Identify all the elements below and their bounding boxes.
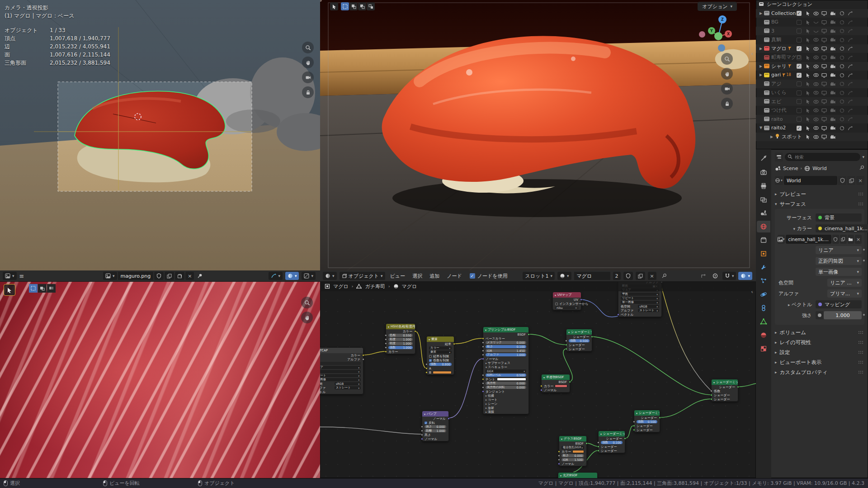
eye-icon[interactable] bbox=[813, 19, 819, 25]
indirect-icon[interactable] bbox=[847, 10, 853, 17]
editor-type-icon[interactable]: ▾ bbox=[3, 272, 17, 280]
menu-select[interactable]: 選択 bbox=[410, 273, 425, 280]
parent-node-tree-icon[interactable] bbox=[698, 272, 708, 280]
tab-world-icon[interactable] bbox=[757, 221, 770, 232]
strength-socket-icon[interactable] bbox=[816, 311, 824, 319]
eye-icon[interactable] bbox=[813, 54, 819, 61]
node-mix_final[interactable]: ▾シェーダーミックスシェーダー係数シェーダーシェーダー bbox=[711, 379, 738, 402]
node-hsv[interactable]: ▾HSV(色相/彩度/明度)カラー色相0.550彩度1.000明度1.000係数… bbox=[386, 323, 415, 354]
holdout-icon[interactable] bbox=[839, 107, 845, 114]
holdout-icon[interactable] bbox=[839, 46, 845, 52]
cursor-icon[interactable] bbox=[805, 19, 811, 25]
node-row[interactable]: メタリック0.000 bbox=[483, 341, 528, 345]
texture-image[interactable] bbox=[0, 281, 320, 478]
node-canvas[interactable]: ▾MATCAPカラーアルファリニア▾平面▾リピート▾単一画像▾色空間sRGB▾ア… bbox=[320, 270, 756, 478]
pan-hand-icon[interactable] bbox=[302, 57, 314, 68]
expand-icon[interactable]: ▶ bbox=[769, 135, 774, 139]
section-volume[interactable]: ▸ボリューム bbox=[775, 327, 864, 337]
menu-node[interactable]: ノード bbox=[444, 273, 464, 280]
section-viewport-display[interactable]: ▸ビューポート表示 bbox=[775, 357, 864, 367]
overlays-toggle-icon[interactable]: ▾ bbox=[285, 272, 299, 280]
outliner-row-エビ[interactable]: エビ bbox=[756, 97, 868, 106]
node-mix3[interactable]: ▾シェーダーミックスシェーダー係数0.500シェーダーシェーダー bbox=[634, 410, 660, 432]
outliner-row-gari[interactable]: ▶gari18✓ bbox=[756, 71, 868, 80]
outliner-row-raito[interactable]: raito bbox=[756, 115, 868, 124]
tweak-tool-button[interactable] bbox=[4, 284, 15, 296]
node-mix1[interactable]: ▾シェーダーミックスシェーダー係数0.500シェーダーシェーダー bbox=[566, 329, 592, 351]
tab-constraints-icon[interactable] bbox=[757, 302, 770, 314]
cursor-icon[interactable] bbox=[805, 54, 811, 61]
fake-user-shield-icon[interactable] bbox=[832, 235, 839, 244]
world-name-field[interactable]: World bbox=[784, 176, 837, 185]
node-row[interactable]: ✓反転 bbox=[422, 421, 448, 425]
pin-icon[interactable] bbox=[195, 272, 205, 280]
snap-icon[interactable]: ▾ bbox=[722, 272, 736, 280]
vector-mapping-button[interactable]: マッピング bbox=[816, 300, 862, 308]
indirect-icon[interactable] bbox=[847, 99, 853, 105]
outliner-row-つけ代[interactable]: つけ代 bbox=[756, 106, 868, 115]
holdout-icon[interactable] bbox=[839, 63, 845, 70]
pin-icon[interactable] bbox=[659, 272, 669, 280]
exclude-checkbox[interactable] bbox=[796, 28, 802, 34]
node-row[interactable]: リピート▾ bbox=[320, 374, 363, 378]
node-row[interactable]: リニア▾ bbox=[320, 365, 363, 370]
properties-editor[interactable]: ▾ Scene › World ▾ World × ▸プレビュー ▾サーフェス bbox=[756, 149, 868, 478]
section-ray-visibility[interactable]: ▸レイの可視性 bbox=[775, 337, 864, 347]
node-image_texture_left[interactable]: ▾MATCAPカラーアルファリニア▾平面▾リピート▾単一画像▾色空間sRGB▾ア… bbox=[320, 347, 363, 394]
zoom-icon[interactable] bbox=[301, 297, 313, 308]
indirect-icon[interactable] bbox=[847, 46, 853, 52]
exclude-checkbox[interactable] bbox=[796, 37, 802, 43]
exclude-checkbox[interactable] bbox=[796, 99, 802, 105]
indirect-icon[interactable] bbox=[847, 19, 853, 25]
image-name-field[interactable]: cinema_hall_1k.... bbox=[786, 235, 832, 244]
cursor-icon[interactable] bbox=[805, 37, 811, 43]
node-row[interactable]: 平面▾ bbox=[320, 370, 363, 374]
image-name-field[interactable]: maguro.png bbox=[118, 272, 154, 280]
lock-icon[interactable] bbox=[302, 86, 314, 98]
eye-icon[interactable] bbox=[813, 125, 819, 131]
camera-icon[interactable] bbox=[830, 99, 836, 105]
outliner-editor[interactable]: シーンコレクション ▶Collection✓BG3真鯛▶マグロ✓町寿司マグロ▶シ… bbox=[756, 0, 868, 149]
select-box-icon[interactable] bbox=[341, 2, 349, 10]
material-browse-icon[interactable]: ▾ bbox=[557, 272, 571, 280]
section-settings[interactable]: ▸設定 bbox=[775, 347, 864, 357]
breadcrumb-world[interactable]: World bbox=[812, 166, 827, 171]
holdout-icon[interactable] bbox=[839, 90, 845, 96]
screen-icon[interactable] bbox=[821, 116, 827, 123]
render-preview-editor[interactable]: オプション▾ Z Y X ‹ bbox=[320, 0, 756, 270]
node-row[interactable]: 明度1.000 bbox=[386, 341, 415, 346]
holdout-icon[interactable] bbox=[839, 54, 845, 61]
exclude-checkbox[interactable]: ✓ bbox=[796, 10, 802, 17]
camera-icon[interactable] bbox=[830, 134, 836, 140]
eye-icon[interactable] bbox=[813, 46, 819, 52]
sidebar-collapse-icon[interactable]: ‹ bbox=[751, 51, 753, 57]
node-bump[interactable]: ▾バンプノーマル✓反転強さ0.000距離1.000高さノーマル bbox=[422, 411, 449, 441]
cursor-icon[interactable] bbox=[805, 99, 811, 105]
proportional-edit-icon[interactable] bbox=[710, 272, 720, 280]
outliner-row-スポット[interactable]: ▶スポット bbox=[756, 133, 868, 142]
camera-icon[interactable] bbox=[830, 125, 836, 131]
pan-hand-icon[interactable] bbox=[721, 68, 733, 80]
node-row[interactable]: GGX▾ bbox=[483, 369, 528, 373]
fake-user-shield-icon[interactable] bbox=[838, 176, 846, 185]
camera-icon[interactable] bbox=[830, 63, 836, 70]
zoom-icon[interactable] bbox=[721, 53, 733, 65]
pack-image-icon[interactable] bbox=[175, 272, 184, 280]
screen-icon[interactable] bbox=[821, 19, 827, 25]
screen-icon[interactable] bbox=[821, 28, 827, 34]
camera-icon[interactable] bbox=[830, 90, 836, 96]
eye-icon[interactable] bbox=[813, 28, 819, 34]
tab-particles-icon[interactable] bbox=[757, 275, 770, 287]
cursor-icon[interactable] bbox=[805, 10, 811, 17]
exclude-checkbox[interactable] bbox=[796, 54, 802, 61]
image-browse-icon[interactable]: ▾ bbox=[778, 235, 785, 244]
editor-type-icon[interactable]: ▾ bbox=[323, 272, 337, 280]
colorspace-dropdown[interactable]: リニア ...▾ bbox=[827, 279, 862, 287]
eye-icon[interactable] bbox=[813, 99, 819, 105]
screen-icon[interactable] bbox=[821, 125, 827, 131]
select-subtract-icon[interactable] bbox=[358, 2, 366, 10]
indirect-icon[interactable] bbox=[847, 63, 853, 70]
camera-icon[interactable] bbox=[830, 10, 836, 17]
select-mode-tweak[interactable] bbox=[29, 284, 38, 293]
indirect-icon[interactable] bbox=[847, 28, 853, 34]
